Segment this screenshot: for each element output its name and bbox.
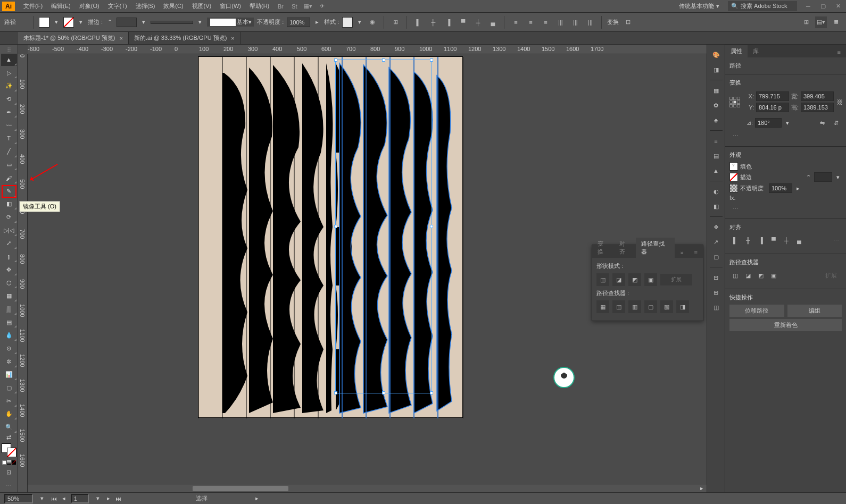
align-bottom-icon[interactable]: ▄ [487,16,499,28]
column-graph-tool[interactable]: 📊 [1,369,17,381]
opacity-input[interactable] [287,18,310,27]
free-transform-tool[interactable]: ✥ [1,264,17,276]
minimize-button[interactable]: ─ [802,2,814,11]
graphic-styles-icon[interactable]: ◧ [709,199,723,213]
menu-effect[interactable]: 效果(C) [159,2,187,10]
profile-dd[interactable]: ▾ [196,18,204,27]
pf-minus[interactable]: ◪ [742,270,754,281]
paintbrush-tool[interactable]: 🖌 [1,172,17,184]
tab-properties[interactable]: 属性 [725,45,748,57]
exclude-icon[interactable]: ▣ [644,273,657,286]
brushes-panel-icon[interactable]: ✿ [709,98,723,112]
align-bottom[interactable]: ▄ [793,234,805,246]
asset-export-icon[interactable]: ↗ [709,235,723,249]
align-vc[interactable]: ╪ [781,234,792,246]
menu-help[interactable]: 帮助(H) [245,2,273,10]
zoom-input[interactable] [4,494,33,503]
arrange-docs-icon[interactable]: ▦▾ [303,2,313,11]
pf-intersect[interactable]: ◩ [755,270,767,281]
more-align-icon[interactable]: ⋯ [830,234,842,246]
eraser-tool[interactable]: ◧ [1,198,17,211]
menu-object[interactable]: 对象(O) [75,2,104,10]
appearance-panel-icon[interactable]: ◐ [709,184,723,198]
stroke-color[interactable] [729,173,738,181]
artboard-nav-first-icon[interactable]: ⏮ [51,495,57,502]
merge-icon[interactable]: ▥ [628,300,641,313]
fill-color[interactable]: ? [729,162,738,171]
dist-right-icon[interactable]: ||| [584,16,596,28]
bridge-icon[interactable]: Br [275,2,286,11]
more-transform-icon[interactable]: ⋯ [729,130,741,142]
align-hcenter-icon[interactable]: ╫ [427,16,439,28]
dist-hcenter-icon[interactable]: ||| [569,16,581,28]
stroke-weight[interactable] [117,18,137,27]
shape-builder-tool[interactable]: ⬡ [1,277,17,289]
rectangle-tool[interactable]: ▭ [1,159,17,171]
align-hc[interactable]: ╫ [742,234,754,246]
align-to-icon[interactable]: ⊞ [389,16,401,28]
artboard-nav-next-icon[interactable]: ▸ [107,495,110,502]
scrollbar-horizontal[interactable]: ◂ ▸ [18,484,707,492]
intersect-icon[interactable]: ◩ [628,273,641,286]
menu-file[interactable]: 文件(F) [19,2,47,10]
symbols-panel-icon[interactable]: ♣ [709,113,723,127]
magic-wand-tool[interactable]: ✨ [1,80,17,92]
panel-menu-icon[interactable]: ≡ [832,47,846,57]
crop-icon[interactable]: ▢ [644,300,657,313]
float-tab-align[interactable]: 对齐 [614,238,636,258]
lasso-tool[interactable]: ⟲ [1,93,17,105]
direct-selection-tool[interactable]: ▷ [1,67,17,79]
color-panel-icon[interactable]: 🎨 [709,48,723,62]
maximize-button[interactable]: ▢ [817,2,829,11]
link-wh-icon[interactable]: ⛓ [837,95,843,109]
pf-expand[interactable]: 扩展 [820,270,842,281]
y-input[interactable] [756,103,789,112]
ruler-vertical[interactable]: 0100200300400500600700800900100011001200… [18,54,28,492]
stroke-w-dd[interactable]: ▾ [140,18,147,27]
toggle-fill-stroke[interactable]: ⇄ [1,434,17,441]
artboard-nav-last-icon[interactable]: ⏭ [115,495,121,502]
trim-icon[interactable]: ◫ [612,300,625,313]
recolor-button[interactable]: 重新着色 [729,319,842,331]
unite-icon[interactable]: ◫ [596,273,609,286]
fill-swatch[interactable] [39,17,49,28]
pf-unite[interactable]: ◫ [729,270,741,281]
float-tab-transform[interactable]: 变换 [592,238,614,258]
pin-icon[interactable]: ⊞ [800,16,812,28]
dist-top-icon[interactable]: ≡ [510,16,521,28]
artboard-tool[interactable]: ▢ [1,382,17,394]
dist-left-icon[interactable]: ||| [554,16,566,28]
align-left-icon[interactable]: ▌ [412,16,424,28]
selection-tool[interactable]: ▲ [1,54,17,66]
fx-label[interactable]: fx. [729,195,736,201]
transparency-panel-icon[interactable]: ▲ [709,164,723,178]
style-dd[interactable]: ▾ [356,18,363,27]
stroke-dd[interactable]: ▾ [77,18,85,27]
fill-dd[interactable]: ▾ [53,18,60,27]
style-swatch[interactable] [342,17,353,28]
minus-back-icon[interactable]: ◨ [676,300,689,313]
minus-front-icon[interactable]: ◪ [612,273,625,286]
divide-icon[interactable]: ▦ [596,300,609,313]
reference-point[interactable] [729,97,740,107]
menu-type[interactable]: 文字(T) [104,2,131,10]
close-icon[interactable]: × [120,35,123,41]
edit-toolbar[interactable]: ⋯ [1,480,17,492]
artboard[interactable] [198,56,463,418]
artboard-dd[interactable]: ▾ [94,494,102,503]
stroke-w[interactable] [814,172,832,182]
swatches-panel-icon[interactable]: ▦ [709,83,723,97]
stroke-swatch[interactable] [63,17,74,28]
stock-icon[interactable]: St [289,2,300,11]
opacity-dd2[interactable]: ▸ [794,183,802,193]
align-vcenter-icon[interactable]: ╪ [472,16,484,28]
align-right-icon[interactable]: ▐ [442,16,454,28]
outline-icon[interactable]: ▧ [660,300,673,313]
h-input[interactable] [801,103,834,112]
pencil-tool[interactable]: ✎ [1,185,17,197]
status-nav-icon[interactable]: ▸ [255,495,259,502]
close-button[interactable]: ✕ [832,2,844,11]
more-appearance-icon[interactable]: ⋯ [729,203,741,214]
zoom-tool[interactable]: 🔍 [1,421,17,433]
perspective-tool[interactable]: ▦ [1,290,17,302]
